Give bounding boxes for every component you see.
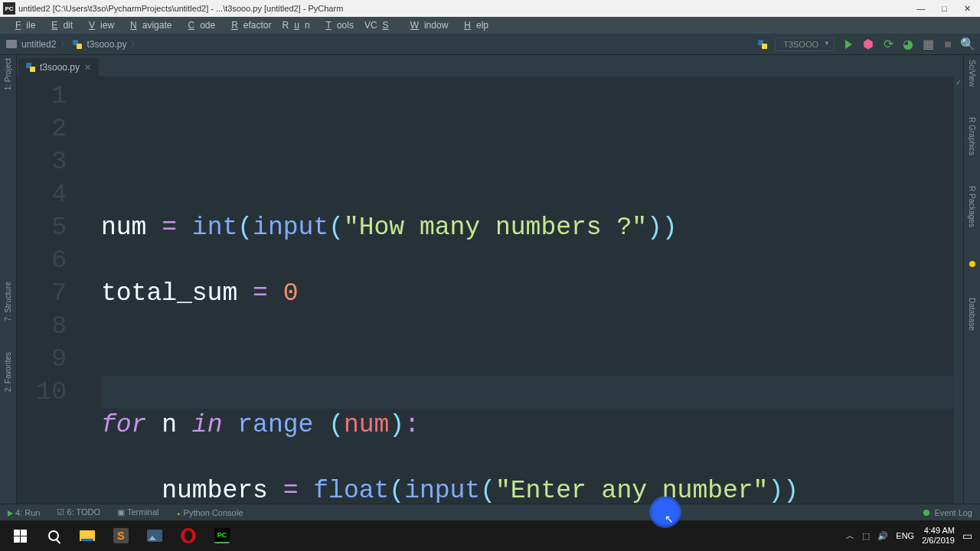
- maximize-button[interactable]: □: [942, 4, 947, 14]
- tray-volume-icon[interactable]: 🔊: [877, 531, 888, 541]
- menu-code[interactable]: Code: [177, 18, 220, 32]
- run-coverage-button[interactable]: ⟳: [882, 38, 894, 51]
- menu-help[interactable]: Help: [453, 18, 494, 32]
- menu-refactor[interactable]: Refactor: [220, 18, 276, 32]
- navigation-bar: untitled2 〉 t3sooo.py 〉 T3SOOO ▼ ⬢ ⟳ ◕ ▦…: [0, 34, 980, 55]
- app-icon: PC: [3, 2, 15, 15]
- image-viewer-button[interactable]: [138, 520, 172, 551]
- menu-vcs[interactable]: VCS: [359, 18, 400, 32]
- menubar: File Edit View Navigate Code Refactor Ru…: [0, 17, 980, 34]
- menu-file[interactable]: File: [5, 18, 41, 32]
- tool-todo[interactable]: ☑ 6: TODO: [57, 507, 100, 517]
- tool-python-console[interactable]: ⬩ Python Console: [176, 508, 243, 517]
- file-explorer-button[interactable]: [70, 520, 104, 551]
- event-log-indicator: [923, 510, 929, 516]
- notifications-button[interactable]: ▭: [962, 530, 972, 542]
- tool-database[interactable]: Database: [968, 298, 976, 331]
- close-tab-icon[interactable]: ✕: [84, 63, 91, 73]
- window-titlebar: PC untitled2 [C:\Users\t3so\PycharmProje…: [0, 0, 980, 17]
- folder-icon: [6, 40, 17, 48]
- menu-navigate[interactable]: Navigate: [119, 18, 177, 32]
- left-tool-stripe: 1: Project 7: Structure 2: Favorites: [0, 55, 17, 504]
- tray-network-icon[interactable]: ⬚: [862, 531, 870, 541]
- search-button[interactable]: [37, 520, 70, 551]
- breadcrumb-project[interactable]: untitled2: [21, 39, 56, 50]
- profile-button[interactable]: ◕: [902, 38, 914, 51]
- run-config-selector[interactable]: T3SOOO ▼: [775, 37, 835, 51]
- database-icon: [969, 261, 975, 267]
- menu-edit[interactable]: Edit: [41, 18, 78, 32]
- stop-button[interactable]: ■: [942, 38, 954, 51]
- menu-window[interactable]: Window: [400, 18, 454, 32]
- code-area[interactable]: num = int(input("How many numbers ?")) t…: [101, 77, 963, 504]
- tool-terminal[interactable]: ▣ Terminal: [117, 507, 158, 517]
- code-editor[interactable]: 1 2 3 4 5 6 7 8 9 10 num = int(input("Ho…: [17, 77, 963, 504]
- start-button[interactable]: [3, 520, 37, 551]
- line-gutter: 1 2 3 4 5 6 7 8 9 10: [17, 77, 101, 504]
- bottom-tool-stripe: 4: Run ☑ 6: TODO ▣ Terminal ⬩ Python Con…: [0, 504, 980, 520]
- minimize-button[interactable]: —: [916, 4, 925, 14]
- debug-button[interactable]: ⬢: [862, 38, 874, 51]
- system-clock[interactable]: 4:49 AM 2/6/2019: [922, 526, 955, 546]
- tool-project[interactable]: 1: Project: [4, 58, 12, 90]
- sublime-button[interactable]: S: [104, 520, 138, 551]
- python-icon: [758, 40, 767, 49]
- menu-run[interactable]: Run: [277, 18, 315, 32]
- tool-favorites[interactable]: 2: Favorites: [4, 352, 12, 392]
- editor-tab[interactable]: t3sooo.py ✕: [18, 57, 99, 77]
- tool-sciview[interactable]: SciView: [968, 60, 976, 86]
- chevron-icon: 〉: [60, 39, 68, 50]
- pycharm-taskbar-button[interactable]: PC: [205, 520, 239, 551]
- chevron-icon: 〉: [131, 39, 139, 50]
- tool-rgraphics[interactable]: R Graphics: [968, 117, 976, 155]
- tab-label: t3sooo.py: [40, 62, 80, 73]
- window-title: untitled2 [C:\Users\t3so\PycharmProjects…: [18, 4, 916, 13]
- run-button[interactable]: [842, 38, 854, 51]
- opera-button[interactable]: [172, 520, 205, 551]
- editor-tabs: t3sooo.py ✕: [17, 55, 963, 77]
- menu-tools[interactable]: Tools: [315, 18, 359, 32]
- windows-taskbar: S PC ︿ ⬚ 🔊 ENG 4:49 AM 2/6/2019 ▭: [0, 520, 980, 551]
- analysis-ok-icon: ✓: [956, 78, 962, 86]
- right-tool-stripe: SciView R Graphics R Packages Database: [963, 55, 980, 504]
- python-icon: [26, 63, 35, 72]
- concurrency-button[interactable]: ▦: [922, 38, 934, 51]
- python-icon: [73, 40, 82, 49]
- tool-structure[interactable]: 7: Structure: [4, 282, 12, 321]
- tool-run[interactable]: 4: Run: [8, 508, 40, 517]
- search-everywhere-button[interactable]: 🔍: [962, 38, 974, 51]
- breadcrumb-file[interactable]: t3sooo.py: [87, 39, 126, 50]
- menu-view[interactable]: View: [78, 18, 119, 32]
- tool-rpackages[interactable]: R Packages: [968, 186, 976, 227]
- event-log-button[interactable]: Event Log: [934, 508, 972, 517]
- tray-chevron[interactable]: ︿: [846, 530, 854, 542]
- tray-language[interactable]: ENG: [896, 531, 914, 540]
- close-button[interactable]: ✕: [964, 4, 971, 14]
